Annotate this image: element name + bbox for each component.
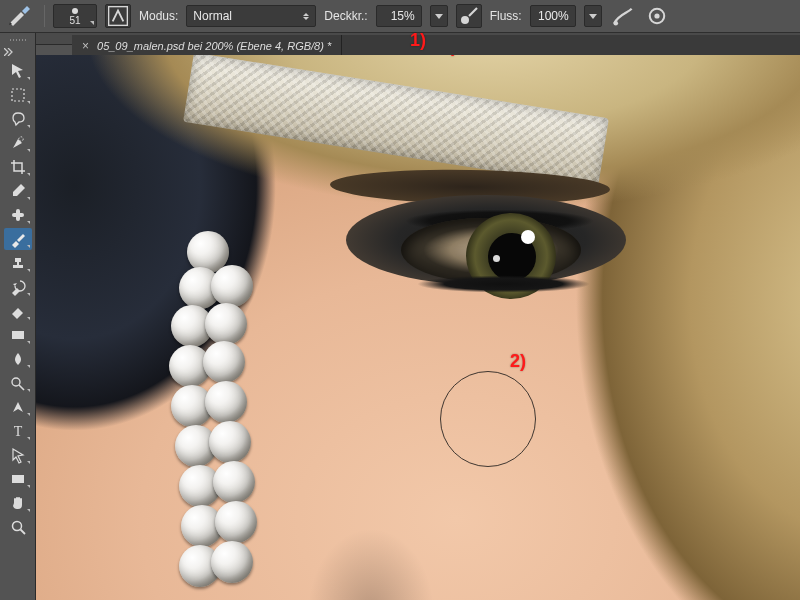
svg-point-2 (613, 21, 618, 26)
mode-label: Modus: (139, 9, 178, 23)
lasso-tool[interactable] (4, 108, 32, 130)
annotation-2: 2) (510, 351, 526, 372)
options-bar: 51 Modus: Normal Deckkr.: 15% Fluss: 100… (0, 0, 800, 33)
svg-point-14 (12, 522, 21, 531)
nose-shadow (286, 485, 456, 600)
brush-tool[interactable] (4, 228, 32, 250)
opacity-label: Deckkr.: (324, 9, 367, 23)
healing-brush-tool[interactable] (4, 204, 32, 226)
annotation-1-overlay: 1) (410, 30, 426, 51)
rectangle-tool[interactable] (4, 468, 32, 490)
type-tool[interactable]: T (4, 420, 32, 442)
svg-rect-9 (12, 331, 24, 339)
quick-select-tool[interactable] (4, 132, 32, 154)
pressure-size-toggle[interactable] (644, 4, 670, 28)
path-select-tool[interactable] (4, 444, 32, 466)
flow-label: Fluss: (490, 9, 522, 23)
opacity-flyout[interactable] (430, 5, 448, 27)
brush-size-value: 51 (69, 15, 80, 26)
blend-mode-select[interactable]: Normal (186, 5, 316, 27)
pen-tool[interactable] (4, 396, 32, 418)
tool-preset-picker[interactable] (6, 5, 36, 27)
hand-tool[interactable] (4, 492, 32, 514)
svg-point-4 (654, 13, 659, 18)
collapse-toggle[interactable] (0, 45, 35, 59)
annotation-1: 1) (441, 55, 457, 57)
blur-tool[interactable] (4, 348, 32, 370)
brush-preset-picker[interactable]: 51 (53, 4, 97, 28)
panel-grip[interactable] (0, 35, 35, 45)
eraser-tool[interactable] (4, 300, 32, 322)
gradient-tool[interactable] (4, 324, 32, 346)
lower-eyeliner (396, 275, 611, 293)
airbrush-toggle[interactable] (610, 4, 636, 28)
stamp-tool[interactable] (4, 252, 32, 274)
blend-mode-value: Normal (193, 9, 232, 23)
zoom-tool[interactable] (4, 516, 32, 538)
pressure-opacity-toggle[interactable] (456, 4, 482, 28)
svg-rect-5 (12, 89, 24, 101)
svg-point-11 (12, 378, 20, 386)
marquee-tool[interactable] (4, 84, 32, 106)
opacity-input[interactable]: 15% (376, 5, 422, 27)
brush-panel-toggle[interactable] (105, 4, 131, 28)
flow-input[interactable]: 100% (530, 5, 576, 27)
svg-rect-8 (16, 209, 20, 221)
dodge-tool[interactable] (4, 372, 32, 394)
document-tab[interactable]: × 05_09_malen.psd bei 200% (Ebene 4, RGB… (72, 35, 342, 57)
svg-rect-13 (12, 475, 24, 483)
svg-point-1 (461, 16, 469, 24)
pearl-strand (121, 231, 291, 600)
move-tool[interactable] (4, 60, 32, 82)
document-tab-title: 05_09_malen.psd bei 200% (Ebene 4, RGB/8… (97, 40, 331, 52)
svg-text:T: T (13, 424, 22, 439)
flow-flyout[interactable] (584, 5, 602, 27)
catchlight-small (493, 255, 500, 262)
history-brush-tool[interactable] (4, 276, 32, 298)
divider (44, 5, 45, 27)
document-tab-bar: × 05_09_malen.psd bei 200% (Ebene 4, RGB… (72, 35, 800, 57)
crop-tool[interactable] (4, 156, 32, 178)
catchlight (521, 230, 535, 244)
eyedropper-tool[interactable] (4, 180, 32, 202)
tools-panel: T (0, 33, 36, 600)
close-icon[interactable]: × (82, 39, 89, 53)
document-canvas[interactable]: 1) 2) (36, 55, 800, 600)
